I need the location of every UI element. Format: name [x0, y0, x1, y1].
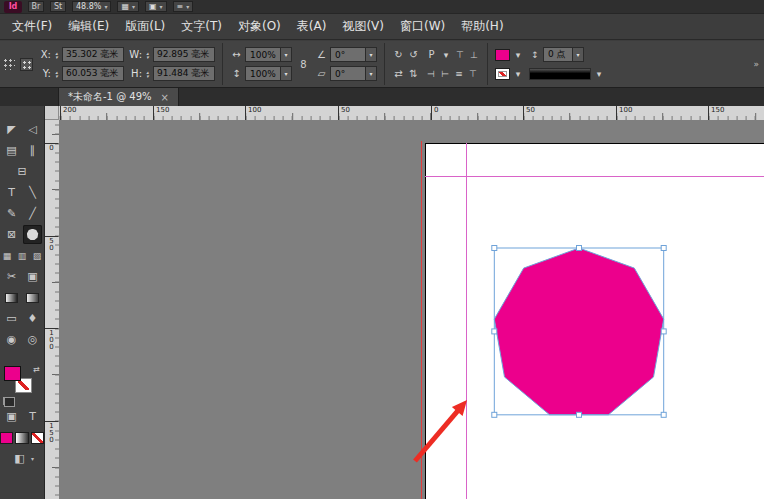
menu-item[interactable]: 表(A) [289, 15, 335, 38]
default-fill-stroke-icon[interactable] [3, 397, 12, 405]
content-collector-tool[interactable]: ⊟ [13, 162, 32, 181]
chevron-down-icon[interactable]: ▾ [31, 455, 34, 462]
chevron-down-icon[interactable]: ▾ [573, 47, 584, 62]
pencil-tool[interactable]: ╱ [23, 204, 42, 223]
align-icon[interactable]: ⊣ [425, 67, 437, 81]
chevron-down-icon[interactable]: ▾ [281, 66, 292, 81]
frame-grid-tool[interactable]: ▨ [31, 246, 44, 265]
scale-y-value[interactable]: 100% [245, 66, 281, 81]
screen-mode-dropdown[interactable]: ▣ ▾ [145, 1, 167, 12]
apply-color-button[interactable] [0, 432, 13, 444]
ruler-origin-corner[interactable] [45, 106, 59, 120]
stroke-weight-dropdown[interactable]: 0 点 ▾ [543, 47, 584, 62]
selection-handle[interactable] [492, 329, 497, 334]
pen-tool[interactable]: ✎ [2, 204, 21, 223]
flip-vertical-button[interactable]: ⇅ [407, 67, 420, 81]
scale-x-dropdown[interactable]: 100% ▾ [245, 47, 292, 62]
apply-gradient-button[interactable] [15, 432, 28, 444]
menu-item[interactable]: 编辑(E) [60, 15, 117, 38]
width-field-value[interactable]: 92.895 毫米 [153, 47, 215, 62]
formatting-affects-text-button[interactable]: T [23, 407, 42, 426]
p-button[interactable]: P [425, 48, 438, 62]
align-icon[interactable]: ≡ [453, 67, 465, 81]
chevron-down-icon[interactable]: ▾ [512, 48, 524, 62]
scissors-tool[interactable]: ✂ [2, 267, 21, 286]
height-stepper[interactable]: ▴▾ [144, 70, 151, 78]
chevron-down-icon[interactable]: ▾ [366, 47, 377, 62]
align-icon[interactable]: ⊤ [467, 67, 479, 81]
page-tool[interactable]: ▤ [2, 141, 21, 160]
y-field-value[interactable]: 60.053 毫米 [62, 66, 124, 81]
gradient-feather-tool[interactable] [23, 288, 42, 307]
direct-selection-tool[interactable]: ◁ [23, 120, 42, 139]
menu-item[interactable]: 文件(F) [4, 15, 60, 38]
selection-handle[interactable] [577, 246, 582, 251]
free-transform-tool[interactable]: ▣ [23, 267, 42, 286]
scale-x-value[interactable]: 100% [245, 47, 281, 62]
selection-handle[interactable] [661, 412, 666, 417]
menu-item[interactable]: 帮助(H) [453, 15, 511, 38]
reference-point-proxy[interactable] [20, 58, 33, 71]
vertical-grid-tool[interactable]: ▥ [16, 246, 29, 265]
vertical-ruler[interactable]: 05 01 0 01 5 0 [45, 120, 59, 499]
chevron-down-icon[interactable]: ▾ [366, 66, 377, 81]
height-field-value[interactable]: 91.484 毫米 [153, 66, 215, 81]
menu-item[interactable]: 视图(V) [334, 15, 392, 38]
type-tool[interactable]: T [2, 183, 21, 202]
rotation-dropdown[interactable]: 0° ▾ [330, 47, 377, 62]
align-icon[interactable]: ⊤ [454, 48, 466, 62]
menu-item[interactable]: 对象(O) [230, 15, 289, 38]
zoom-level-dropdown[interactable]: 48.8% ▾ [72, 1, 111, 12]
screen-mode-button[interactable]: ◧ [10, 449, 29, 468]
x-stepper[interactable]: ▴▾ [53, 51, 60, 59]
y-stepper[interactable]: ▴▾ [53, 70, 60, 78]
menu-item[interactable]: 窗口(W) [392, 15, 453, 38]
shear-value[interactable]: 0° [330, 66, 366, 81]
chevron-down-icon[interactable]: ▾ [281, 47, 292, 62]
align-icon[interactable]: ⊥ [468, 48, 480, 62]
polygon-shape[interactable] [494, 248, 663, 415]
gradient-swatch-tool[interactable] [2, 288, 21, 307]
stroke-color-swatch[interactable] [495, 68, 510, 80]
bridge-button[interactable]: Br [28, 1, 44, 12]
stroke-weight-value[interactable]: 0 点 [543, 47, 573, 62]
gap-tool[interactable]: ∥ [23, 141, 42, 160]
selection-tool[interactable]: ◤ [2, 120, 21, 139]
rotate-90-ccw-button[interactable]: ↺ [407, 48, 420, 62]
stock-button[interactable]: St [50, 1, 66, 12]
formatting-affects-container-button[interactable]: ▣ [2, 407, 21, 426]
document-canvas[interactable] [59, 120, 764, 499]
flip-horizontal-button[interactable]: ⇄ [392, 67, 405, 81]
menu-item[interactable]: 文字(T) [173, 15, 230, 38]
close-icon[interactable]: × [161, 92, 169, 103]
hand-tool[interactable]: ◉ [2, 330, 21, 349]
swap-fill-stroke-icon[interactable]: ⇄ [33, 365, 40, 374]
eyedropper-tool[interactable]: ♦ [23, 309, 42, 328]
width-stepper[interactable]: ▴▾ [144, 51, 151, 59]
apply-none-button[interactable] [31, 432, 44, 444]
panel-more-icon[interactable]: » [753, 59, 761, 69]
stroke-style-dropdown[interactable] [529, 68, 591, 80]
constrain-proportions-icon[interactable]: 8 [297, 57, 310, 71]
selection-handle[interactable] [492, 412, 497, 417]
rotate-90-cw-button[interactable]: ↻ [392, 48, 405, 62]
document-tab[interactable]: *未命名-1 @ 49% × [58, 88, 179, 106]
align-icon[interactable]: ⊢ [439, 67, 451, 81]
polygon-tool[interactable] [23, 225, 42, 244]
fill-swatch[interactable] [4, 366, 21, 381]
x-field-value[interactable]: 35.302 毫米 [62, 47, 124, 62]
scale-y-dropdown[interactable]: 100% ▾ [245, 66, 292, 81]
note-tool[interactable]: ▭ [2, 309, 21, 328]
rectangle-frame-tool[interactable]: ⊠ [2, 225, 21, 244]
menu-item[interactable]: 版面(L) [117, 15, 173, 38]
selection-handle[interactable] [661, 246, 666, 251]
horizontal-ruler[interactable]: 20015010050050100150 [59, 106, 764, 120]
chevron-down-icon[interactable]: ▾ [593, 67, 605, 81]
line-tool[interactable]: ╲ [23, 183, 42, 202]
workspace-dropdown[interactable]: ≡ ▾ [173, 1, 194, 12]
chevron-down-icon[interactable]: ▾ [512, 67, 524, 81]
shear-dropdown[interactable]: 0° ▾ [330, 66, 377, 81]
rotation-value[interactable]: 0° [330, 47, 366, 62]
view-options-dropdown[interactable]: ▦ ▾ [117, 1, 139, 12]
stroke-weight-stepper[interactable]: ↕ [529, 48, 541, 62]
